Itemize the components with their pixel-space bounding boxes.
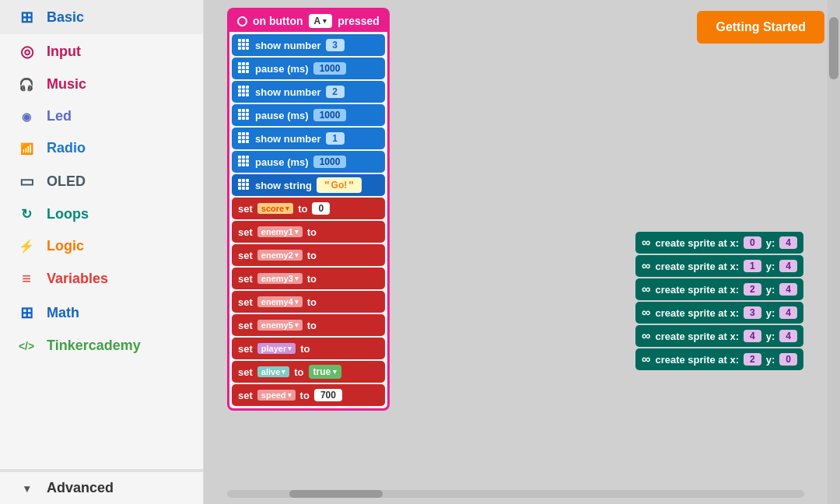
sprite-icon-e4: ∞ — [642, 306, 650, 320]
block-show-number-2[interactable]: show number 2 — [232, 81, 385, 103]
sprite-y-e4[interactable]: 4 — [779, 306, 797, 319]
sprite-x-e2[interactable]: 1 — [744, 260, 761, 272]
enemy3-var[interactable]: enemy3 ▾ — [257, 273, 303, 284]
value-1000-1[interactable]: 1000 — [313, 62, 347, 75]
block-set-enemy4[interactable]: set enemy4 ▾ to — [232, 291, 385, 313]
show-number-label-3: show number — [255, 133, 321, 145]
value-2[interactable]: 2 — [326, 86, 345, 98]
sprite-block-e4[interactable]: ∞ create sprite at x: 3 y: 4 — [635, 302, 803, 324]
sidebar-item-logic[interactable]: ⚡ Logic — [0, 230, 203, 262]
sidebar-label-music: Music — [47, 76, 86, 93]
enemy1-var[interactable]: enemy1 ▾ — [257, 226, 303, 237]
block-pause-2[interactable]: pause (ms) 1000 — [232, 104, 385, 126]
sprite-block-e2[interactable]: ∞ create sprite at x: 1 y: 4 — [635, 255, 803, 277]
to-label-e2: to — [307, 250, 317, 261]
block-set-enemy2[interactable]: set enemy2 ▾ to — [232, 244, 385, 266]
advanced-chevron-icon: ▾ — [16, 482, 37, 495]
horizontal-scrollbar-thumb[interactable] — [289, 490, 383, 498]
vertical-scrollbar-track — [828, 0, 840, 504]
block-pause-1[interactable]: pause (ms) 1000 — [232, 58, 385, 79]
sidebar-item-advanced[interactable]: ▾ Advanced — [0, 472, 203, 504]
sidebar-label-oled: OLED — [47, 173, 86, 190]
alive-var[interactable]: alive ▾ — [257, 366, 289, 377]
canvas-area[interactable]: on button A ▾ pressed show number — [204, 0, 828, 504]
grid-icon-7 — [238, 179, 250, 191]
block-set-enemy1[interactable]: set enemy1 ▾ to — [232, 221, 385, 243]
horizontal-scrollbar[interactable] — [227, 490, 804, 498]
sidebar-item-input[interactable]: ◎ Input — [0, 34, 203, 68]
sprite-x-e4[interactable]: 3 — [744, 306, 761, 319]
enemy5-var[interactable]: enemy5 ▾ — [257, 320, 303, 331]
block-show-number-3[interactable]: show number 3 — [232, 34, 385, 56]
pause-label-2: pause (ms) — [255, 110, 309, 121]
enemy4-var[interactable]: enemy4 ▾ — [257, 296, 303, 307]
sprite-block-e1[interactable]: ∞ create sprite at x: 0 y: 4 — [635, 232, 803, 254]
block-set-speed[interactable]: set speed ▾ to 700 — [232, 384, 385, 406]
sidebar-item-music[interactable]: 🎧 Music — [0, 68, 203, 100]
sidebar-item-basic[interactable]: ⊞ Basic — [0, 0, 203, 34]
true-dropdown[interactable]: true ▾ — [309, 365, 342, 379]
sidebar-label-led: Led — [47, 108, 72, 124]
sidebar-item-radio[interactable]: 📶 Radio — [0, 132, 203, 164]
sprite-block-player[interactable]: ∞ create sprite at x: 2 y: 0 — [635, 348, 803, 370]
score-value[interactable]: 0 — [312, 202, 330, 215]
sprite-block-e3[interactable]: ∞ create sprite at x: 2 y: 4 — [635, 278, 803, 300]
set-label-e4: set — [238, 296, 253, 308]
set-label-speed: set — [238, 390, 253, 401]
basic-icon: ⊞ — [16, 8, 37, 26]
sprite-block-e5[interactable]: ∞ create sprite at x: 4 y: 4 — [635, 325, 803, 347]
value-1000-3[interactable]: 1000 — [313, 156, 347, 168]
sprite-y-e1[interactable]: 4 — [779, 236, 797, 249]
y-label-e2: y: — [766, 261, 775, 272]
sprite-y-e5[interactable]: 4 — [779, 330, 797, 342]
value-1[interactable]: 1 — [326, 132, 345, 145]
sprite-x-e3[interactable]: 2 — [744, 283, 761, 296]
sprite-y-e2[interactable]: 4 — [779, 260, 797, 272]
block-set-player[interactable]: set player ▾ to — [232, 338, 385, 359]
tinkercademy-icon: </> — [16, 340, 37, 352]
enemy2-var[interactable]: enemy2 ▾ — [257, 250, 303, 261]
pressed-label: pressed — [338, 15, 380, 27]
sprite-label-e5: create sprite at x: — [655, 331, 739, 342]
block-show-number-1[interactable]: show number 1 — [232, 128, 385, 149]
sprite-x-e1[interactable]: 0 — [744, 236, 761, 249]
sprite-x-player[interactable]: 2 — [744, 353, 761, 366]
sidebar-item-led[interactable]: ◉ Led — [0, 100, 203, 132]
show-number-label-1: show number — [255, 40, 321, 51]
block-show-string[interactable]: show string " Go! " — [232, 174, 385, 196]
sprite-x-e5[interactable]: 4 — [744, 330, 761, 342]
block-set-alive[interactable]: set alive ▾ to true ▾ — [232, 361, 385, 383]
button-selector[interactable]: A ▾ — [309, 14, 333, 28]
speed-value[interactable]: 700 — [314, 389, 342, 401]
block-set-enemy3[interactable]: set enemy3 ▾ to — [232, 268, 385, 289]
sidebar-item-variables[interactable]: ≡ Variables — [0, 262, 203, 296]
sidebar-item-oled[interactable]: ▭ OLED — [0, 164, 203, 198]
value-1000-2[interactable]: 1000 — [313, 109, 347, 121]
value-3[interactable]: 3 — [326, 39, 345, 51]
string-go[interactable]: " Go! " — [317, 177, 362, 193]
to-label-score: to — [298, 203, 307, 215]
to-label-e3: to — [307, 273, 317, 285]
sidebar-item-math[interactable]: ⊞ Math — [0, 296, 203, 330]
input-icon: ◎ — [16, 42, 37, 61]
sidebar-item-loops[interactable]: ↻ Loops — [0, 198, 203, 230]
sprite-icon-e3: ∞ — [642, 282, 650, 296]
getting-started-button[interactable]: Getting Started — [697, 11, 824, 44]
vertical-scrollbar-thumb[interactable] — [829, 17, 838, 79]
sprite-popup: ∞ create sprite at x: 0 y: 4 ∞ create sp… — [635, 232, 803, 370]
sprite-y-player[interactable]: 0 — [779, 353, 797, 366]
speed-var[interactable]: speed ▾ — [257, 390, 296, 401]
set-label-score: set — [238, 203, 253, 215]
player-var[interactable]: player ▾ — [257, 343, 296, 354]
to-label-e1: to — [307, 226, 317, 238]
event-indicator — [237, 16, 247, 26]
sidebar-item-tinkercademy[interactable]: </> Tinkercademy — [0, 330, 203, 362]
oled-icon: ▭ — [16, 172, 37, 191]
sprite-y-e3[interactable]: 4 — [779, 283, 797, 296]
sprite-label-e2: create sprite at x: — [655, 261, 739, 272]
set-label-player: set — [238, 343, 253, 355]
block-pause-3[interactable]: pause (ms) 1000 — [232, 151, 385, 173]
block-set-enemy5[interactable]: set enemy5 ▾ to — [232, 314, 385, 336]
block-set-score[interactable]: set score ▾ to 0 — [232, 198, 385, 219]
score-var[interactable]: score ▾ — [257, 203, 293, 214]
